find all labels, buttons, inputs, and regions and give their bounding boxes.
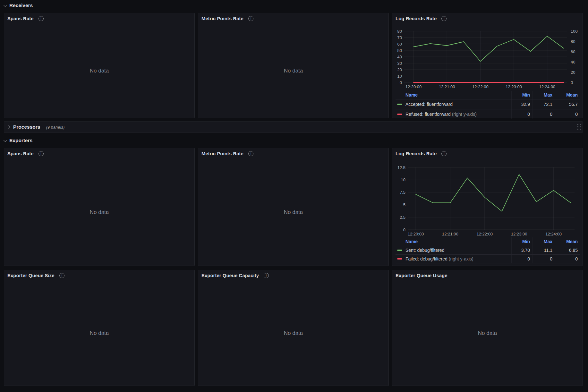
no-data-message: No data [4,24,194,118]
y-axis-right-tick-label: 20 [571,70,575,75]
legend-series-swatch [397,258,402,260]
panel-metric-points-rate-receivers: Metric Points Rate i No data [198,13,389,118]
info-icon[interactable]: i [248,16,253,21]
legend-stat-value: 0 [511,255,533,263]
info-icon[interactable]: i [441,151,447,156]
panel-log-records-rate-receivers: Log Records Rate i 010203040506070800204… [392,13,583,118]
legend-header-min[interactable]: Min [511,91,533,99]
no-data-message: No data [4,281,194,386]
panel-spans-rate-exporters: Spans Rate i No data [4,148,195,266]
no-data-message: No data [198,24,388,118]
legend-header-mean[interactable]: Mean [555,91,580,99]
y-axis-left-tick-label: 10 [397,74,402,79]
legend-series-label[interactable]: Failed: debug/filtered [405,256,447,261]
chevron-down-icon [3,3,7,7]
y-axis-right-tick-label: 40 [571,60,575,64]
legend-header-min[interactable]: Min [511,237,533,246]
legend-stat-value: 3.70 [511,246,533,254]
legend-series-label[interactable]: Accepted: fluentforward [405,102,453,107]
panel-header: Exporter Queue Usage [392,270,583,281]
y-axis-left-tick-label: 60 [397,42,402,47]
info-icon[interactable]: i [38,16,44,21]
legend-header-name[interactable]: Name [396,237,511,246]
legend-series-swatch [397,114,402,115]
legend-series-swatch [397,104,402,105]
legend-stat-value: 0 [533,109,555,119]
panel-title[interactable]: Exporter Queue Usage [396,273,447,278]
panel-title[interactable]: Exporter Queue Size [7,273,55,278]
row-header-processors[interactable]: Processors (9 panels) [4,121,583,133]
y-axis-left-tick-label: 0 [400,80,402,85]
info-icon[interactable]: i [38,151,44,156]
panel-title[interactable]: Spans Rate [7,16,34,21]
y-axis-right-tick-label: 0 [571,80,573,85]
row-header-receivers[interactable]: Receivers [4,1,33,10]
panel-header: Spans Rate i [4,148,194,159]
y-axis-left-tick-label: 0 [403,227,405,232]
y-axis-left-tick-label: 40 [397,55,402,59]
y-axis-right-tick-label: 100 [571,29,578,34]
no-data-message: No data [198,281,388,386]
y-axis-left-tick-label: 10 [401,177,405,182]
legend-stat-value: 0 [555,109,580,119]
y-axis-left-tick-label: 5 [403,202,405,207]
grafana-dashboard: Receivers Spans Rate i No data Metric Po… [0,0,588,392]
panel-header: Metric Points Rate i [198,13,388,24]
drag-handle-icon[interactable] [577,124,581,130]
panel-header: Exporter Queue Capacity i [198,270,388,281]
x-axis-tick-label: 12:20:00 [405,84,422,89]
no-data-message: No data [4,159,194,266]
info-icon[interactable]: i [248,151,253,156]
panel-exporter-queue-size: Exporter Queue Size i No data [4,270,195,386]
legend-series-label[interactable]: Sent: debug/filtered [405,248,444,253]
time-series-chart: 0102030405060708002040608010012:20:0012:… [392,13,583,118]
no-data-message: No data [392,281,583,386]
legend-header-max[interactable]: Max [533,91,555,99]
panel-exporter-queue-usage: Exporter Queue Usage No data [392,270,583,386]
y-axis-left-tick-label: 12.5 [397,165,405,170]
panel-title[interactable]: Metric Points Rate [201,151,243,156]
panel-title[interactable]: Log Records Rate [396,16,437,21]
info-icon[interactable]: i [264,273,269,278]
row-panel-count: (9 panels) [46,125,64,130]
panel-spans-rate-receivers: Spans Rate i No data [4,13,195,118]
info-icon[interactable]: i [59,273,64,278]
no-data-message: No data [198,159,388,266]
legend-header-max[interactable]: Max [533,237,555,246]
legend-stat-value: 0 [555,255,580,263]
legend-header-name[interactable]: Name [396,91,511,99]
panel-title[interactable]: Exporter Queue Capacity [201,273,259,278]
y-axis-left-tick-label: 7.5 [400,190,405,195]
row-header-exporters[interactable]: Exporters [4,136,32,145]
panel-header: Log Records Rate i [392,148,583,159]
x-axis-tick-label: 12:22:00 [472,84,489,89]
legend-table: NameMinMaxMeanAccepted: fluentforward32.… [396,91,580,119]
y-axis-left-tick-label: 30 [397,61,402,66]
x-axis-tick-label: 12:21:00 [439,84,455,89]
x-axis-tick-label: 12:22:00 [476,232,493,236]
section-title-receivers: Receivers [9,3,33,8]
legend-stat-value: 32.9 [511,99,533,109]
panel-header: Metric Points Rate i [198,148,388,159]
panel-title[interactable]: Log Records Rate [396,151,437,156]
legend-series-label[interactable]: Refused: fluentforward [405,112,451,117]
section-title-processors: Processors [13,124,40,130]
legend-stat-value: 56.7 [555,99,580,109]
legend-series-axis-note: (right y-axis) [452,112,477,117]
y-axis-left-tick-label: 70 [397,35,402,40]
legend-stat-value: 11.1 [533,246,555,254]
chevron-down-icon [3,138,7,142]
legend-stat-value: 72.1 [533,99,555,109]
x-axis-tick-label: 12:23:00 [511,232,527,236]
x-axis-tick-label: 12:24:00 [545,232,562,236]
panel-header: Exporter Queue Size i [4,270,194,281]
series-line [413,36,564,61]
panel-title[interactable]: Metric Points Rate [201,16,243,21]
panel-title[interactable]: Spans Rate [7,151,34,156]
legend-stat-value: 0 [511,109,533,119]
y-axis-left-tick-label: 2.5 [400,215,405,220]
legend-header-mean[interactable]: Mean [555,237,580,246]
section-title-exporters: Exporters [9,138,32,143]
info-icon[interactable]: i [441,16,447,21]
y-axis-left-tick-label: 80 [397,29,402,34]
